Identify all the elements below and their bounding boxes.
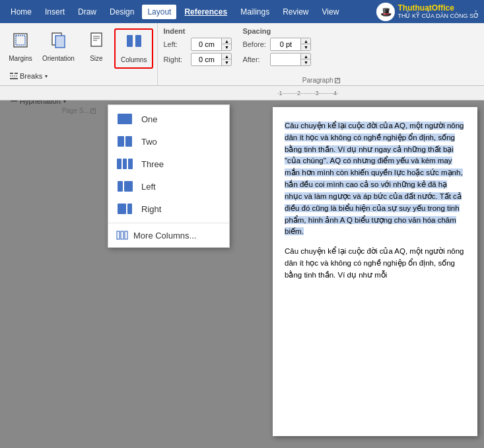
svg-rect-4 (91, 33, 102, 46)
svg-rect-25 (127, 204, 132, 214)
spacing-after-down[interactable]: ▼ (301, 59, 310, 65)
size-icon (89, 31, 104, 54)
svg-rect-18 (125, 136, 132, 147)
columns-option-left[interactable]: Left (108, 175, 229, 198)
columns-left-icon (116, 179, 133, 194)
columns-right-icon (116, 202, 133, 216)
paragraph-label: Paragraph ↗ (158, 75, 484, 85)
margins-button[interactable]: Margins (4, 28, 37, 65)
columns-two-icon (116, 134, 133, 149)
menu-review[interactable]: Review (277, 5, 314, 19)
spacing-after-row: After: ▲ ▼ (242, 53, 311, 66)
menu-insert[interactable]: Insert (40, 5, 70, 19)
breaks-button[interactable]: Breaks ▾ (7, 70, 151, 82)
spacing-before-arrows: ▲ ▼ (300, 38, 310, 50)
menu-mailings[interactable]: Mailings (235, 5, 275, 19)
margins-label: Margins (9, 55, 32, 62)
more-columns-label: More Columns... (133, 231, 196, 241)
indent-left-label: Left: (163, 40, 188, 48)
spacing-before-spinner[interactable]: ▲ ▼ (270, 38, 311, 51)
size-button[interactable]: Size (80, 28, 113, 65)
orientation-icon (50, 31, 66, 54)
spacing-before-input[interactable] (271, 40, 300, 49)
spacing-after-spinner[interactable]: ▲ ▼ (270, 53, 311, 66)
page-setup-group: Margins Orientation (4, 26, 153, 69)
indent-left-row: Left: ▲ ▼ (163, 38, 232, 51)
svg-rect-8 (127, 35, 133, 47)
svg-rect-24 (118, 204, 126, 214)
spacing-before-label: Before: (242, 40, 267, 48)
menu-draw[interactable]: Draw (73, 5, 102, 19)
menu-bar: Home Insert Draw Design Layout Reference… (0, 0, 484, 23)
columns-label: Columns (121, 56, 147, 63)
columns-two-label: Two (141, 137, 157, 147)
spacing-after-up[interactable]: ▲ (301, 54, 310, 59)
spacing-before-up[interactable]: ▲ (301, 38, 310, 44)
doc-area: Câu chuyện kể lại cuộc đời của AQ, một n… (0, 100, 484, 443)
doc-text: Câu chuyện kể lại cuộc đời của AQ, một n… (285, 120, 466, 281)
logo-icon: 🎩 (376, 3, 395, 21)
indent-right-down[interactable]: ▼ (222, 59, 231, 65)
orientation-label: Orientation (42, 55, 75, 62)
indent-left-spinner[interactable]: ▲ ▼ (191, 38, 232, 51)
svg-rect-10 (10, 73, 13, 74)
columns-separator (108, 223, 229, 223)
indent-left-down[interactable]: ▼ (222, 44, 231, 50)
columns-left-label: Left (141, 182, 156, 192)
svg-rect-3 (55, 36, 65, 48)
svg-rect-9 (135, 35, 141, 47)
spacing-after-label: After: (242, 56, 267, 63)
svg-rect-17 (118, 136, 124, 147)
breaks-arrow: ▾ (45, 73, 48, 79)
menu-design[interactable]: Design (104, 5, 139, 19)
indent-right-arrows: ▲ ▼ (221, 54, 231, 65)
svg-rect-1 (16, 36, 25, 45)
indent-right-label: Right: (163, 56, 188, 63)
columns-three-label: Three (141, 159, 164, 169)
menu-layout[interactable]: Layout (142, 5, 176, 19)
orientation-button[interactable]: Orientation (38, 28, 79, 65)
indent-label: Indent (163, 27, 232, 35)
menu-home[interactable]: Home (5, 5, 37, 19)
indent-right-input[interactable] (191, 55, 221, 64)
svg-rect-23 (124, 181, 133, 192)
svg-rect-13 (10, 78, 18, 79)
doc-paragraph-1: Câu chuyện kể lại cuộc đời của AQ, một n… (285, 120, 466, 238)
spacing-before-row: Before: ▲ ▼ (242, 38, 311, 51)
menu-view[interactable]: View (317, 5, 345, 19)
breaks-icon (9, 71, 18, 81)
columns-button[interactable]: Columns (117, 31, 151, 66)
margins-icon (11, 31, 30, 54)
svg-rect-21 (128, 159, 133, 169)
size-label: Size (90, 55, 102, 62)
main-area: Câu chuyện kể lại cuộc đời của AQ, một n… (0, 100, 484, 443)
svg-rect-19 (117, 159, 121, 169)
indent-group: Indent Left: ▲ ▼ Right: (163, 27, 232, 66)
spacing-before-down[interactable]: ▼ (301, 44, 310, 50)
doc-paragraph-2: Câu chuyện kể lại cuộc đời của AQ, một n… (285, 246, 466, 281)
indent-right-spinner[interactable]: ▲ ▼ (191, 53, 232, 66)
indent-left-input[interactable] (191, 40, 221, 49)
indent-right-up[interactable]: ▲ (222, 54, 231, 59)
paragraph-expand[interactable]: ↗ (335, 78, 340, 83)
more-columns-icon (116, 230, 128, 241)
menu-references[interactable]: References (179, 5, 232, 19)
columns-option-one[interactable]: One (108, 108, 229, 130)
spacing-after-arrows: ▲ ▼ (300, 54, 310, 65)
svg-rect-20 (123, 159, 127, 169)
svg-rect-26 (117, 231, 120, 239)
columns-three-icon (116, 157, 133, 171)
columns-one-icon (116, 112, 133, 126)
indent-right-row: Right: ▲ ▼ (163, 53, 232, 66)
svg-rect-16 (118, 114, 132, 124)
logo-brand: ThuthuatOffice (398, 3, 479, 13)
logo-sub: THỦ KỸ CỦA DÂN CÔNG SỞ (398, 13, 479, 20)
spacing-after-input[interactable] (271, 55, 300, 64)
columns-option-right[interactable]: Right (108, 198, 229, 220)
indent-left-up[interactable]: ▲ (222, 38, 231, 44)
columns-option-three[interactable]: Three (108, 153, 229, 175)
svg-rect-28 (125, 231, 127, 239)
columns-option-two[interactable]: Two (108, 130, 229, 153)
more-columns-button[interactable]: More Columns... (108, 226, 229, 244)
columns-one-label: One (141, 114, 158, 124)
